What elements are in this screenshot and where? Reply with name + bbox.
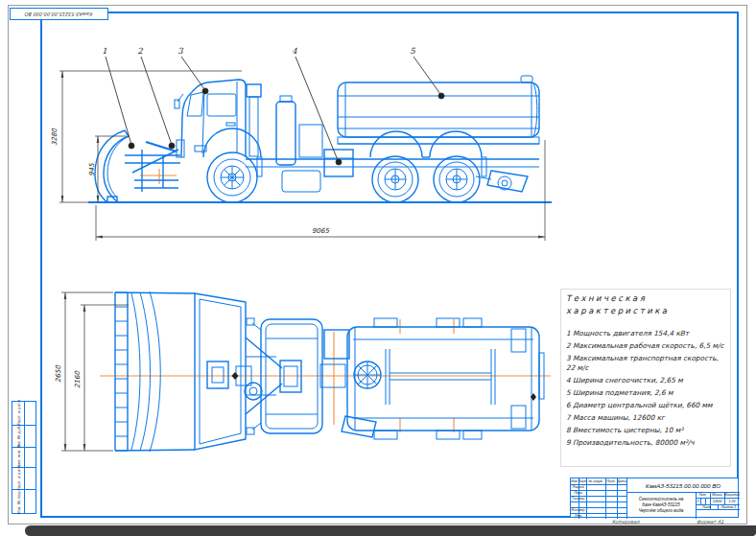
callout-leaders bbox=[106, 57, 444, 165]
tb-mass-value: 12600 bbox=[710, 498, 724, 504]
dimension-arrows bbox=[61, 71, 545, 451]
title-block: Изм. Лист № докум. Подп. Дата Разраб. Пр… bbox=[570, 478, 739, 518]
side-view-drawing bbox=[88, 76, 552, 202]
tech-item: 7 Масса машины, 12600 кг bbox=[566, 413, 725, 423]
window-bottom-edge bbox=[25, 525, 756, 536]
tech-item: 1 Мощность двигателя 154,4 кВт bbox=[566, 329, 725, 338]
callout-3: 3 bbox=[177, 46, 183, 56]
dim-overall-length: 9065 bbox=[312, 227, 329, 235]
dim-inner-width: 2160 bbox=[74, 371, 82, 388]
tech-characteristics: Техническая характеристика 1 Мощность дв… bbox=[566, 293, 725, 447]
tech-item: 5 Ширина подметания, 2,6 м bbox=[566, 388, 725, 398]
callout-2: 2 bbox=[137, 46, 143, 56]
tech-title-line2: характеристика bbox=[566, 306, 725, 315]
tb-designation: КамАЗ-53215.00.00.000 ВО bbox=[626, 478, 740, 492]
tech-item: 8 Вместимость цистерны, 10 м³ bbox=[566, 426, 725, 435]
tech-item: 6 Диаметр центральной щётки, 660 мм bbox=[566, 401, 725, 410]
tech-item: 9 Производительность, 80000 м²/ч bbox=[566, 438, 725, 448]
tb-row-tkontr: Т.контр. bbox=[571, 496, 586, 501]
tb-col-data: Дата bbox=[617, 478, 626, 484]
tech-title-line1: Техническая bbox=[566, 293, 725, 303]
dim-plow-height: 945 bbox=[88, 163, 96, 176]
tb-col-doc: № докум. bbox=[586, 478, 605, 484]
tb-doc-name-line3: Чертёж общего вида bbox=[639, 508, 684, 514]
kopiroval-note: Копировал bbox=[612, 519, 640, 524]
tb-scale-value: 1:20 bbox=[724, 498, 740, 504]
centerlines bbox=[100, 169, 551, 432]
tb-row-utv: Утв. bbox=[571, 513, 586, 519]
tb-sheets-label: Листов 1 bbox=[718, 504, 740, 509]
dim-plow-width: 2650 bbox=[55, 365, 62, 383]
callout-1: 1 bbox=[102, 46, 106, 56]
dimension-lines bbox=[59, 71, 545, 451]
tb-col-podp: Подп. bbox=[605, 478, 617, 484]
tb-doc-name: Снегоочиститель на базе КамАЗ-53215 Черт… bbox=[626, 492, 696, 519]
callout-5: 5 bbox=[410, 46, 415, 56]
callout-4: 4 bbox=[292, 46, 297, 56]
tb-lit-value: У bbox=[696, 498, 700, 504]
tech-item: 3 Максимальная транспортная скорость, 22… bbox=[566, 354, 725, 372]
top-view-drawing bbox=[115, 291, 544, 452]
tech-item: 2 Максимальная рабочая скорость, 6,5 м/с bbox=[566, 341, 725, 351]
tech-item: 4 Ширина снегоочистки, 2,65 м bbox=[566, 376, 725, 385]
dim-overall-height: 3280 bbox=[51, 128, 59, 146]
format-note: Формат A1 bbox=[697, 519, 723, 524]
tb-sheet-label: Лист bbox=[696, 504, 718, 509]
